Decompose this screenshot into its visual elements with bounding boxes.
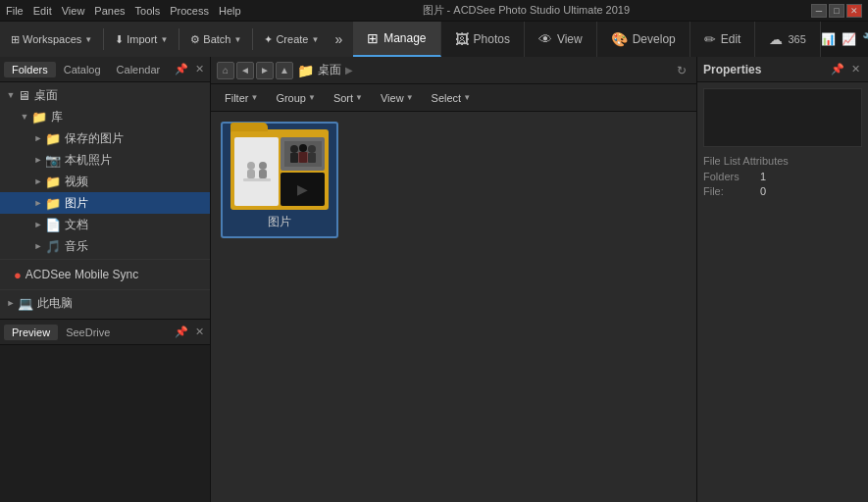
- sort-arrow: ▼: [355, 93, 363, 102]
- breadcrumb-folder-icon: 📁: [297, 63, 314, 78]
- refresh-button[interactable]: ↻: [673, 62, 690, 79]
- file-label-images: 图片: [268, 214, 291, 230]
- left-panel: Folders Catalog Calendar 📌 ✕ ▼ 🖥 桌面 ▼ 📁 …: [0, 57, 211, 502]
- 365-icon: ☁: [769, 31, 783, 47]
- svg-point-6: [290, 145, 298, 153]
- separator-2: [179, 28, 179, 50]
- property-folders-row: Folders 1: [703, 171, 862, 182]
- pin-right-button[interactable]: 📌: [831, 63, 844, 76]
- workspaces-arrow: ▼: [84, 35, 92, 44]
- tree-item-local-photos[interactable]: ► 📷 本机照片: [0, 149, 210, 171]
- close-button[interactable]: ✕: [846, 4, 862, 18]
- tree-item-docs[interactable]: ► 📄 文档: [0, 214, 210, 235]
- menu-process[interactable]: Process: [170, 5, 209, 17]
- filter-arrow: ▼: [250, 93, 258, 102]
- file-attributes-title: File List Attributes: [703, 155, 862, 167]
- up-button[interactable]: ▲: [276, 62, 293, 79]
- import-button[interactable]: ⬇ Import ▼: [108, 25, 175, 53]
- mobile-sync-icon: ●: [14, 268, 22, 282]
- folders-value: 1: [760, 171, 766, 182]
- extra-icon-3[interactable]: 🔧: [862, 32, 868, 46]
- view-arrow: ▼: [406, 93, 414, 102]
- workspaces-button[interactable]: ⊞ Workspaces ▼: [4, 25, 99, 53]
- properties-preview-area: [703, 88, 862, 147]
- group-button[interactable]: Group ▼: [268, 90, 324, 106]
- title-bar: File Edit View Panes Tools Process Help …: [0, 0, 868, 22]
- svg-point-8: [299, 144, 307, 152]
- tab-photos[interactable]: 🖼 Photos: [441, 22, 525, 57]
- preview-panel: Preview SeeDrive 📌 ✕: [0, 319, 210, 502]
- window-title: 图片 - ACDSee Photo Studio Ultimate 2019: [241, 3, 811, 18]
- photo-right-top: [281, 137, 325, 171]
- preview-content: [0, 345, 210, 502]
- saved-pics-arrow: ►: [31, 133, 45, 143]
- tree-item-computer[interactable]: ► 💻 此电脑: [0, 292, 210, 314]
- tree-item-saved-pics[interactable]: ► 📁 保存的图片: [0, 127, 210, 149]
- breadcrumb-sep: ▶: [345, 65, 353, 75]
- tree-item-ku[interactable]: ▼ 📁 库: [0, 106, 210, 127]
- menu-panes[interactable]: Panes: [94, 5, 125, 17]
- tree-item-music[interactable]: ► 🎵 音乐: [0, 235, 210, 257]
- tab-develop[interactable]: 🎨 Develop: [597, 22, 690, 57]
- close-panel-button[interactable]: ✕: [192, 63, 206, 76]
- view-button[interactable]: View ▼: [373, 90, 422, 106]
- back-button[interactable]: ◄: [236, 62, 254, 79]
- home-button[interactable]: ⌂: [217, 62, 234, 79]
- right-panel-header: Properties 📌 ✕: [697, 57, 868, 82]
- menu-help[interactable]: Help: [219, 5, 241, 17]
- pin-panel-button[interactable]: 📌: [175, 63, 188, 76]
- photos-right-col: ▶: [281, 137, 325, 206]
- tree-item-images[interactable]: ► 📁 图片: [0, 192, 210, 214]
- desktop-arrow: ▼: [4, 90, 18, 100]
- play-icon: ▶: [297, 181, 308, 197]
- view-icon: 👁: [538, 31, 552, 47]
- extra-icon-1[interactable]: 📊: [821, 32, 836, 46]
- extra-icon-2[interactable]: 📈: [842, 32, 856, 46]
- close-preview-button[interactable]: ✕: [192, 326, 206, 339]
- tab-folders[interactable]: Folders: [4, 62, 56, 77]
- filter-button[interactable]: Filter ▼: [217, 90, 266, 106]
- right-panel-content: File List Attributes Folders 1 File: 0: [697, 82, 868, 502]
- property-files-row: File: 0: [703, 185, 862, 197]
- tree-item-video[interactable]: ► 📁 视频: [0, 171, 210, 192]
- desktop-label: 桌面: [34, 87, 58, 104]
- folder-thumbnail: ▶: [230, 129, 329, 210]
- tab-preview[interactable]: Preview: [4, 325, 58, 340]
- nav-bar: ⊞ Manage 🖼 Photos 👁 View 🎨 Develop ✏ Edi…: [353, 22, 868, 57]
- folders-key: Folders: [703, 171, 752, 182]
- tab-365[interactable]: ☁ 365: [755, 22, 820, 57]
- tab-seedrive[interactable]: SeeDrive: [58, 325, 118, 340]
- minimize-button[interactable]: ─: [811, 4, 827, 18]
- tree-item-desktop[interactable]: ▼ 🖥 桌面: [0, 84, 210, 106]
- folder-tree: ▼ 🖥 桌面 ▼ 📁 库 ► 📁 保存的图片 ► 📷 本机照片: [0, 82, 210, 319]
- ku-icon: 📁: [31, 110, 47, 125]
- batch-button[interactable]: ⚙ Batch ▼: [183, 25, 248, 53]
- menu-edit[interactable]: Edit: [33, 5, 52, 17]
- computer-label: 此电脑: [37, 295, 73, 312]
- create-button[interactable]: ✦ Create ▼: [257, 25, 326, 53]
- svg-rect-7: [290, 153, 298, 163]
- forward-button[interactable]: ►: [256, 62, 274, 79]
- local-photos-label: 本机照片: [65, 152, 112, 169]
- camera-icon: 📷: [45, 153, 61, 168]
- music-icon: 🎵: [45, 239, 61, 254]
- sort-button[interactable]: Sort ▼: [326, 90, 371, 106]
- menu-file[interactable]: File: [6, 5, 24, 17]
- tab-edit[interactable]: ✏ Edit: [690, 22, 756, 57]
- docs-icon: 📄: [45, 218, 61, 232]
- tree-item-mobile-sync[interactable]: ● ACDSee Mobile Sync: [0, 262, 210, 287]
- menu-view[interactable]: View: [62, 5, 85, 17]
- select-button[interactable]: Select ▼: [424, 90, 480, 106]
- more-button[interactable]: »: [328, 25, 349, 53]
- tab-catalog[interactable]: Catalog: [56, 62, 109, 77]
- tab-view[interactable]: 👁 View: [525, 22, 597, 57]
- tab-manage[interactable]: ⊞ Manage: [353, 22, 440, 57]
- tab-calendar[interactable]: Calendar: [109, 62, 169, 77]
- svg-rect-11: [308, 153, 316, 163]
- file-item-images[interactable]: ▶ 图片: [221, 122, 338, 238]
- workspaces-icon: ⊞: [11, 33, 20, 46]
- close-right-button[interactable]: ✕: [848, 63, 862, 76]
- pin-preview-button[interactable]: 📌: [175, 326, 188, 339]
- menu-tools[interactable]: Tools: [135, 5, 161, 17]
- maximize-button[interactable]: □: [829, 4, 844, 18]
